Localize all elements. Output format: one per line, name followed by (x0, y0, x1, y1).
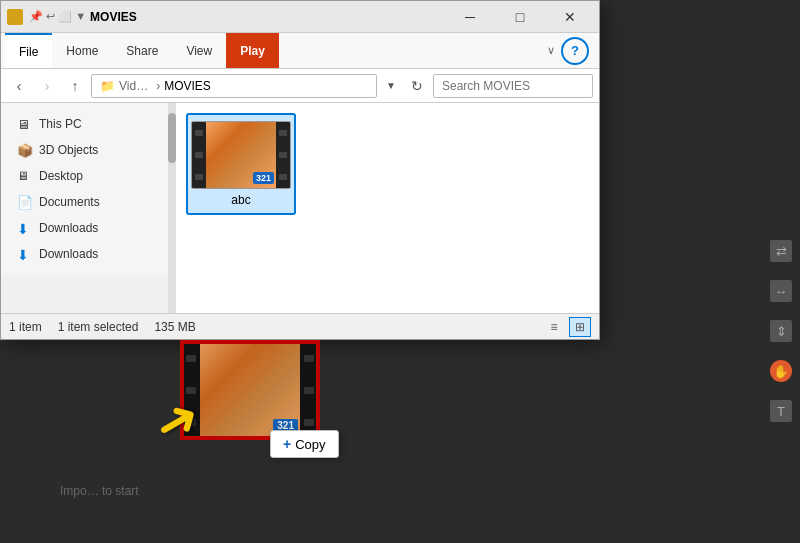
view-details-button[interactable]: ≡ (543, 317, 565, 337)
folder-icon (7, 9, 23, 25)
drag-thumbnail: 321 (182, 342, 318, 438)
ribbon-expand-icon: ∨ (547, 44, 555, 57)
address-dropdown-button[interactable]: ▼ (381, 74, 401, 98)
drag-ghost: 321 (180, 340, 320, 440)
download-icon-1 (17, 221, 33, 235)
file-size: 135 MB (154, 320, 195, 334)
cube-icon (17, 143, 33, 157)
forward-button[interactable]: › (35, 74, 59, 98)
panel-icon-4[interactable]: T (770, 400, 792, 422)
drag-film-hole (186, 355, 196, 362)
film-hole (195, 152, 203, 158)
film-strip-left (192, 122, 206, 188)
file-area: 321 abc (176, 103, 599, 313)
film-hole (279, 130, 287, 136)
drag-film-hole (304, 355, 314, 362)
titlebar-toolbar-icons: 📌 ↩ ⬜ ▼ (29, 10, 86, 23)
drag-film-hole (186, 419, 196, 426)
film-hole (195, 174, 203, 180)
sidebar-scrollbar-thumb[interactable] (168, 113, 176, 163)
status-bar: 1 item 1 item selected 135 MB ≡ ⊞ (1, 313, 599, 339)
sidebar-item-downloads-2[interactable]: Downloads (1, 241, 175, 267)
help-button[interactable]: ? (561, 37, 589, 65)
tab-home[interactable]: Home (52, 33, 112, 68)
minimize-button[interactable]: ─ (447, 1, 493, 33)
drag-film-hole (186, 387, 196, 394)
sidebar-item-desktop[interactable]: Desktop (1, 163, 175, 189)
tab-view[interactable]: View (172, 33, 226, 68)
sidebar-item-downloads-1[interactable]: Downloads (1, 215, 175, 241)
view-buttons: ≡ ⊞ (543, 317, 591, 337)
panel-icon-3[interactable]: ⇕ (770, 320, 792, 342)
sidebar-item-3d-objects[interactable]: 3D Objects (1, 137, 175, 163)
drag-film-hole (304, 387, 314, 394)
item-count: 1 item (9, 320, 42, 334)
film-hole (279, 152, 287, 158)
drag-film-hole (304, 419, 314, 426)
drag-film-strip-right (300, 342, 318, 438)
address-bar: ‹ › ↑ 📁 Vid… › MOVIES ▼ ↻ (1, 69, 599, 103)
tab-share[interactable]: Share (112, 33, 172, 68)
close-button[interactable]: ✕ (547, 1, 593, 33)
maximize-button[interactable]: □ (497, 1, 543, 33)
drag-film-strip-left (182, 342, 200, 438)
explorer-window: 📌 ↩ ⬜ ▼ MOVIES ─ □ ✕ File Home Share Vie… (0, 0, 600, 340)
address-path[interactable]: 📁 Vid… › MOVIES (91, 74, 377, 98)
panel-icon-2[interactable]: ↔ (770, 280, 792, 302)
search-input[interactable] (433, 74, 593, 98)
film-hole (195, 130, 203, 136)
ribbon: File Home Share View Play ∨ ? (1, 33, 599, 69)
explorer-content: This PC 3D Objects Desktop Documents Dow… (1, 103, 599, 313)
file-thumbnail: 321 (191, 121, 291, 189)
tab-file[interactable]: File (5, 33, 52, 68)
breadcrumb-icon: 📁 (100, 79, 115, 93)
import-text: Impo… to start (60, 484, 139, 498)
right-panel: ⇄ ↔ ⇕ ✋ T (770, 240, 792, 422)
sidebar-scrollbar-track (168, 103, 176, 313)
tab-play[interactable]: Play (226, 33, 279, 68)
file-name: abc (231, 193, 250, 207)
film-strip-right (276, 122, 290, 188)
ribbon-spacer (279, 33, 547, 68)
refresh-button[interactable]: ↻ (405, 74, 429, 98)
view-tiles-button[interactable]: ⊞ (569, 317, 591, 337)
panel-icon-1[interactable]: ⇄ (770, 240, 792, 262)
back-button[interactable]: ‹ (7, 74, 31, 98)
film-badge: 321 (253, 172, 274, 184)
file-item-abc[interactable]: 321 abc (186, 113, 296, 215)
up-button[interactable]: ↑ (63, 74, 87, 98)
download-icon-2 (17, 247, 33, 261)
copy-label: Copy (295, 437, 325, 452)
documents-icon (17, 195, 33, 209)
sidebar-item-documents[interactable]: Documents (1, 189, 175, 215)
film-hole (279, 174, 287, 180)
sidebar-list: This PC 3D Objects Desktop Documents Dow… (1, 103, 176, 275)
sidebar: This PC 3D Objects Desktop Documents Dow… (1, 103, 176, 313)
current-folder: MOVIES (164, 79, 211, 93)
copy-plus-icon: + (283, 436, 291, 452)
pc-icon (17, 117, 33, 131)
sidebar-item-this-pc[interactable]: This PC (1, 111, 175, 137)
panel-icon-accent[interactable]: ✋ (770, 360, 792, 382)
breadcrumb-text: Vid… (119, 79, 148, 93)
desktop-icon (17, 169, 33, 183)
selected-info: 1 item selected (58, 320, 139, 334)
copy-tooltip[interactable]: + Copy (270, 430, 339, 458)
title-bar: 📌 ↩ ⬜ ▼ MOVIES ─ □ ✕ (1, 1, 599, 33)
breadcrumb-arrow: › (156, 79, 160, 93)
window-title: MOVIES (90, 10, 443, 24)
